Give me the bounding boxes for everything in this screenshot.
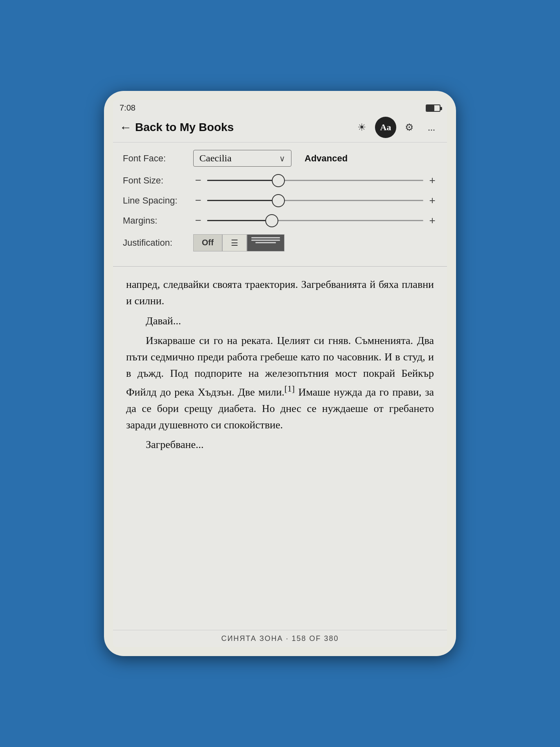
margins-row: Margins: − +	[123, 214, 437, 227]
brightness-icon: ☀	[357, 122, 366, 133]
toolbar: ← Back to My Books ☀ Aa ⚙ ...	[113, 114, 447, 143]
just-off-label: Off	[202, 238, 214, 247]
footnote-marker: [1]	[285, 384, 295, 394]
just-center-button[interactable]: ☰	[222, 234, 247, 251]
content-paragraph-4: Загребване...	[126, 437, 434, 453]
line-spacing-increase[interactable]: +	[427, 194, 437, 207]
font-face-value: Caecilia	[199, 153, 232, 164]
font-face-dropdown[interactable]: Caecilia ∨	[193, 150, 291, 167]
footer-separator: ·	[286, 634, 289, 643]
brightness-button[interactable]: ☀	[353, 118, 371, 136]
more-icon: ...	[428, 122, 435, 133]
margins-label: Margins:	[123, 215, 188, 226]
line-spacing-slider-row: − +	[193, 194, 437, 207]
font-face-row: Font Face: Caecilia ∨ Advanced	[123, 150, 437, 167]
back-button[interactable]: ← Back to My Books	[120, 120, 234, 134]
justification-options: Off ☰	[193, 234, 437, 251]
dropdown-arrow-icon: ∨	[279, 154, 285, 163]
font-face-label: Font Face:	[123, 153, 188, 164]
battery-icon	[426, 104, 440, 112]
content-paragraph-1: напред, следвайки своята траектория. Заг…	[126, 276, 434, 310]
font-size-increase[interactable]: +	[427, 174, 437, 187]
more-button[interactable]: ...	[422, 118, 440, 136]
gear-icon: ⚙	[405, 122, 414, 133]
font-settings-button[interactable]: Aa	[375, 117, 396, 138]
back-label: Back to My Books	[135, 121, 234, 134]
font-size-decrease[interactable]: −	[193, 174, 203, 187]
line-spacing-row: Line Spacing: − +	[123, 194, 437, 207]
line-spacing-decrease[interactable]: −	[193, 194, 203, 207]
settings-panel: Font Face: Caecilia ∨ Advanced Font Size…	[113, 143, 447, 267]
margins-increase[interactable]: +	[427, 214, 437, 227]
justification-label: Justification:	[123, 238, 188, 248]
just-off-button[interactable]: Off	[193, 234, 222, 251]
just-line-3	[255, 242, 276, 243]
just-line-2	[251, 240, 280, 241]
line-spacing-track[interactable]	[207, 200, 423, 201]
status-bar: 7:08	[113, 100, 447, 114]
margins-slider-row: − +	[193, 214, 437, 227]
content-paragraph-3: Изкарваше си го на реката. Целият си гня…	[126, 333, 434, 433]
screen: 7:08 ← Back to My Books ☀ Aa ⚙ ...	[113, 100, 447, 647]
just-line-1	[251, 237, 280, 238]
font-btn-label: Aa	[380, 122, 391, 133]
font-size-label: Font Size:	[123, 175, 188, 186]
device-frame: 7:08 ← Back to My Books ☀ Aa ⚙ ...	[104, 91, 456, 656]
time-display: 7:08	[120, 103, 135, 113]
footer: СИНЯТА ЗОНА · 158 OF 380	[113, 630, 447, 647]
advanced-button[interactable]: Advanced	[305, 153, 348, 164]
book-content: напред, следвайки своята траектория. Заг…	[113, 267, 447, 630]
page-info: 158 OF 380	[292, 634, 339, 643]
margins-track[interactable]	[207, 220, 423, 221]
justification-row: Justification: Off ☰	[123, 234, 437, 251]
font-size-track[interactable]	[207, 180, 423, 181]
content-paragraph-2: Давай...	[126, 313, 434, 329]
just-center-icon: ☰	[231, 238, 238, 247]
margins-decrease[interactable]: −	[193, 214, 203, 227]
line-spacing-label: Line Spacing:	[123, 195, 188, 206]
back-arrow-icon: ←	[120, 120, 132, 134]
just-full-button[interactable]	[247, 234, 285, 251]
font-size-slider-row: − +	[193, 174, 437, 187]
font-size-row: Font Size: − +	[123, 174, 437, 187]
book-title: СИНЯТА ЗОНА	[221, 634, 283, 643]
settings-button[interactable]: ⚙	[400, 118, 418, 136]
